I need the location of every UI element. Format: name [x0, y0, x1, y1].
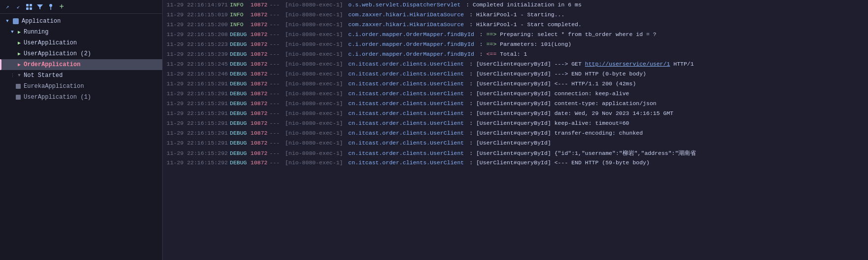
- log-thread: [nio-8080-exec-1]: [285, 41, 346, 47]
- log-colon: :: [466, 120, 476, 126]
- log-thread: [nio-8080-exec-1]: [285, 130, 346, 136]
- log-pid: 10872: [250, 110, 268, 116]
- log-thread: [nio-8080-exec-1]: [285, 61, 346, 67]
- log-level: DEBUG: [230, 140, 248, 146]
- pin-icon[interactable]: [46, 2, 55, 11]
- log-timestamp: 11-29 22:16:15:019: [167, 11, 228, 18]
- log-message-text: ==> Parameters: 101(Long): [486, 41, 572, 47]
- log-message-text: [UserClient#queryById] {"id":1,"username…: [476, 149, 696, 157]
- log-thread: [nio-8080-exec-1]: [285, 31, 346, 37]
- log-colon: :: [466, 61, 476, 67]
- log-pid: 10872: [250, 100, 268, 107]
- collapse-icon[interactable]: ↙: [14, 2, 23, 11]
- log-pid: 10872: [250, 51, 268, 57]
- log-thread: [nio-8080-exec-1]: [285, 80, 346, 87]
- log-line: 11-29 22:16:15:292 DEBUG 10872 --- [nio-…: [163, 159, 868, 169]
- log-pid: 10872: [250, 120, 268, 126]
- expand-icon[interactable]: ↗: [3, 2, 12, 11]
- order-application-wrapper: ▶ OrderApplication: [0, 59, 162, 70]
- log-dashes: ---: [270, 100, 283, 107]
- log-thread: [nio-8080-exec-1]: [285, 150, 346, 156]
- log-link[interactable]: http://userservice/user/1: [585, 61, 670, 67]
- tree-item-application[interactable]: ▼ Application: [0, 16, 162, 27]
- sidebar-tree: ▼ Application ▼ ▶ Running ▶ UserApplicat…: [0, 14, 162, 260]
- log-class: cn.itcast.order.clients.UserClient: [348, 61, 464, 67]
- log-colon: :: [466, 130, 476, 136]
- log-line: 11-29 22:16:15:245 DEBUG 10872 --- [nio-…: [163, 60, 868, 70]
- pink-indicator: [0, 59, 1, 70]
- log-class: cn.itcast.order.clients.UserClient: [348, 120, 464, 126]
- tree-item-running[interactable]: ▼ ▶ Running: [0, 27, 162, 37]
- sidebar: ↗ ↙ + ▼: [0, 0, 163, 260]
- user3-stop-icon: [16, 95, 21, 100]
- log-level: DEBUG: [230, 110, 248, 116]
- log-timestamp: 11-29 22:16:15:291: [167, 140, 228, 146]
- notstarted-dots-icon: ⋮: [9, 72, 16, 79]
- add-icon[interactable]: +: [57, 2, 66, 11]
- log-class: cn.itcast.order.clients.UserClient: [348, 100, 464, 107]
- tree-item-orderapplication[interactable]: ▶ OrderApplication: [0, 59, 162, 70]
- log-thread: [nio-8080-exec-1]: [285, 90, 346, 97]
- log-message-text: [UserClient#queryById] keep-alive: timeo…: [476, 120, 629, 126]
- log-level: DEBUG: [230, 71, 248, 77]
- tree-item-notstarted[interactable]: ⋮ ▼ Not Started: [0, 70, 162, 81]
- log-level: DEBUG: [230, 100, 248, 107]
- log-line: 11-29 22:16:14:971 INFO 10872 --- [nio-8…: [163, 1, 868, 11]
- filter-icon[interactable]: [35, 2, 44, 11]
- svg-rect-0: [26, 4, 29, 6]
- svg-rect-6: [13, 18, 19, 24]
- log-colon: :: [466, 90, 476, 97]
- notstarted-label: Not Started: [24, 72, 63, 79]
- userapplication2-run-icon: ▶: [16, 50, 23, 57]
- log-level: DEBUG: [230, 90, 248, 97]
- log-colon: :: [466, 159, 476, 166]
- group-icon[interactable]: [25, 2, 34, 11]
- log-class: com.zaxxer.hikari.HikariDataSource: [348, 11, 464, 18]
- log-dashes: ---: [270, 11, 283, 18]
- tree-item-userapplication2[interactable]: ▶ UserApplication (2): [0, 48, 162, 59]
- log-timestamp: 11-29 22:16:15:223: [167, 41, 228, 47]
- log-dashes: ---: [270, 51, 283, 57]
- log-colon: :: [466, 150, 476, 156]
- log-class: cn.itcast.order.clients.UserClient: [348, 140, 464, 146]
- log-colon: :: [476, 31, 486, 37]
- log-line: 11-29 22:16:15:019 INFO 10872 --- [nio-8…: [163, 11, 868, 21]
- log-class: cn.itcast.order.clients.UserClient: [348, 159, 464, 166]
- userapplication2-label: UserApplication (2): [24, 50, 91, 57]
- log-message-text: Completed initialization in 6 ms: [473, 1, 582, 8]
- log-timestamp: 11-29 22:16:15:291: [167, 100, 228, 107]
- log-thread: [nio-8080-exec-1]: [285, 21, 346, 28]
- application-label: Application: [22, 18, 61, 25]
- log-container[interactable]: 11-29 22:16:14:971 INFO 10872 --- [nio-8…: [163, 0, 868, 260]
- tree-item-eurekaapplication[interactable]: EurekaApplication: [0, 81, 162, 92]
- log-dashes: ---: [270, 110, 283, 116]
- log-message-text: HikariPool-1 - Starting...: [476, 11, 564, 18]
- log-message-text: [UserClient#queryById] <--- HTTP/1.1 200…: [476, 80, 636, 87]
- log-timestamp: 11-29 22:16:15:291: [167, 130, 228, 136]
- log-level: INFO: [230, 11, 248, 18]
- log-message-text: [UserClient#queryById]: [476, 140, 551, 146]
- log-colon: :: [466, 11, 476, 18]
- arrow-icon: ==>: [486, 31, 497, 37]
- log-dashes: ---: [270, 31, 283, 37]
- log-line: 11-29 22:16:15:291 DEBUG 10872 --- [nio-…: [163, 90, 868, 100]
- log-level: DEBUG: [230, 61, 248, 67]
- log-timestamp: 11-29 22:16:15:291: [167, 80, 228, 87]
- log-thread: [nio-8080-exec-1]: [285, 110, 346, 116]
- tree-item-userapplication3[interactable]: UserApplication (1): [0, 92, 162, 103]
- userapplication-run-icon: ▶: [16, 39, 23, 46]
- log-timestamp: 11-29 22:16:15:291: [167, 110, 228, 116]
- log-class: c.i.order.mapper.OrderMapper.findById: [348, 51, 474, 57]
- log-timestamp: 11-29 22:16:15:239: [167, 51, 228, 57]
- log-timestamp: 11-29 22:16:15:292: [167, 150, 228, 156]
- log-thread: [nio-8080-exec-1]: [285, 120, 346, 126]
- log-timestamp: 11-29 22:16:15:200: [167, 21, 228, 28]
- log-line: 11-29 22:16:15:239 DEBUG 10872 --- [nio-…: [163, 50, 868, 60]
- svg-point-4: [49, 4, 52, 7]
- log-colon: :: [476, 51, 486, 57]
- tree-item-userapplication[interactable]: ▶ UserApplication: [0, 37, 162, 48]
- log-pid: 10872: [250, 150, 268, 156]
- log-line: 11-29 22:16:15:292 DEBUG 10872 --- [nio-…: [163, 149, 868, 159]
- notstarted-arrow-icon: ▼: [16, 72, 23, 79]
- log-dashes: ---: [270, 21, 283, 28]
